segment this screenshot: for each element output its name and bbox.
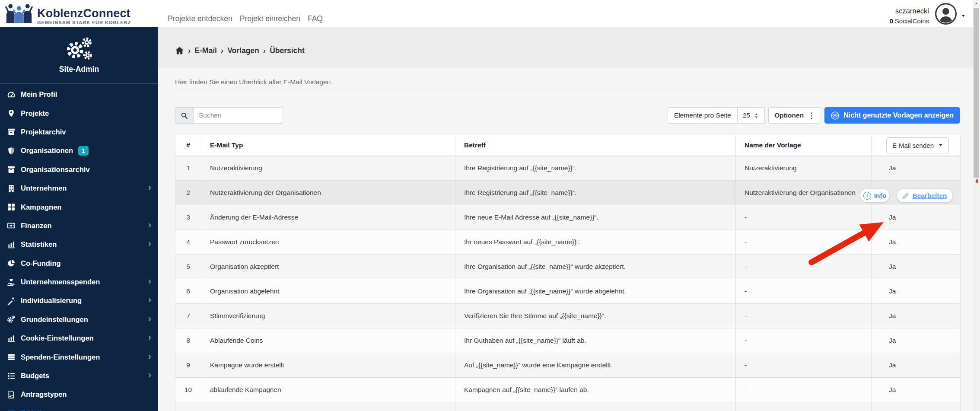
notification-badge: 1 bbox=[78, 146, 89, 156]
toolbar-spacer bbox=[283, 107, 668, 124]
table-row[interactable]: 9Kampagne wurde erstelltAuf „{{site_name… bbox=[175, 353, 961, 378]
template-name-cell: - bbox=[736, 279, 872, 304]
col-number[interactable]: # bbox=[175, 135, 201, 156]
scrollbar-thumb[interactable] bbox=[974, 8, 979, 178]
top-nav-link-1[interactable]: Projekte entdecken bbox=[168, 14, 232, 23]
chart-bar-icon bbox=[6, 335, 16, 342]
sidebar: Site-Admin Mein ProfilProjekteProjektarc… bbox=[0, 27, 158, 411]
sidebar-item-cookie-einstellungen[interactable]: Cookie-Einstellungen› bbox=[0, 329, 158, 347]
sidebar-item-budgets[interactable]: Budgets› bbox=[0, 366, 158, 385]
row-number: 11 bbox=[175, 402, 201, 411]
template-name-cell: - bbox=[736, 255, 872, 279]
info-circle-icon: i bbox=[863, 192, 871, 200]
breadcrumb-separator: › bbox=[221, 46, 223, 55]
top-nav-link-3[interactable]: FAQ bbox=[308, 14, 323, 23]
template-name-cell: - bbox=[736, 328, 872, 353]
send-email-cell: Ja bbox=[872, 230, 961, 255]
gears-icon bbox=[0, 36, 158, 62]
pencil-icon bbox=[902, 192, 909, 199]
options-button[interactable]: Optionen ⋮ bbox=[768, 107, 821, 124]
chevron-right-icon: › bbox=[148, 239, 151, 250]
col-template-name[interactable]: Name der Vorlage bbox=[736, 135, 872, 156]
search-group bbox=[175, 107, 283, 124]
sidebar-item-co-funding[interactable]: Co-Funding bbox=[0, 254, 158, 273]
table-row[interactable]: 11Organisation wurde registriertEine Org… bbox=[175, 402, 961, 411]
sidebar-item-antragstypen[interactable]: Antragstypen bbox=[0, 385, 158, 404]
per-page-value: 25 bbox=[743, 112, 750, 119]
table-row[interactable]: 8Ablaufende CoinsIhr Guthaben auf „{{sit… bbox=[175, 328, 961, 353]
info-button[interactable]: i Info bbox=[860, 189, 889, 202]
subject-cell: Ihre neue E-Mail Adresse auf „{{site_nam… bbox=[455, 205, 736, 230]
sidebar-item-label: E-Mail bbox=[21, 409, 42, 411]
edit-button[interactable]: Bearbeiten bbox=[897, 189, 952, 202]
scrollbar-red-marker bbox=[976, 179, 978, 183]
per-page-select[interactable]: 25 bbox=[738, 107, 765, 124]
send-email-select[interactable]: E-Mail senden bbox=[886, 137, 949, 153]
username: sczarnecki bbox=[889, 6, 929, 15]
sidebar-item-label: Antragstypen bbox=[21, 390, 67, 398]
email-type-cell: Nutzeraktivierung der Organisationen bbox=[201, 181, 455, 205]
template-name-cell: - bbox=[736, 230, 872, 255]
top-header: KoblenzConnect GEMEINSAM STARK FÜR KOBLE… bbox=[0, 0, 980, 27]
logo[interactable]: KoblenzConnect GEMEINSAM STARK FÜR KOBLE… bbox=[5, 3, 131, 25]
send-email-cell bbox=[872, 402, 961, 411]
sidebar-divider bbox=[0, 83, 158, 84]
send-email-cell: Ja bbox=[872, 255, 961, 279]
logo-subtitle: GEMEINSAM STARK FÜR KOBLENZ bbox=[37, 20, 131, 25]
chart-pie-icon bbox=[6, 259, 16, 267]
col-email-type[interactable]: E-Mail Typ bbox=[201, 135, 455, 156]
sidebar-item-unternehmensspenden[interactable]: Unternehmensspenden› bbox=[0, 273, 158, 291]
sidebar-item-projekte[interactable]: Projekte bbox=[0, 104, 158, 122]
template-name-cell: Nutzeraktivierung bbox=[736, 156, 872, 181]
subject-cell: Ihre Registrierung auf „{{site_name}}“. bbox=[455, 181, 736, 205]
sidebar-item-grundeinstellungen[interactable]: Grundeinstellungen› bbox=[0, 310, 158, 329]
top-nav: Projekte entdeckenProjekt einreichenFAQ bbox=[168, 0, 323, 26]
search-input[interactable] bbox=[193, 107, 283, 124]
row-number: 5 bbox=[175, 255, 201, 279]
sidebar-item-individualisierung[interactable]: Individualisierung› bbox=[0, 291, 158, 310]
chevron-right-icon: › bbox=[148, 333, 151, 344]
logo-people-icon bbox=[5, 3, 33, 23]
chevron-right-icon: › bbox=[148, 220, 151, 231]
sidebar-item-spenden-einstellungen[interactable]: Spenden-Einstellungen› bbox=[0, 347, 158, 366]
table-row[interactable]: 10ablaufende KampagnenKampagnen auf „{{s… bbox=[175, 378, 961, 402]
table-row[interactable]: 1NutzeraktivierungIhre Registrierung auf… bbox=[175, 156, 961, 181]
main-content: ›E-Mail›Vorlagen›Übersicht Hier finden S… bbox=[158, 27, 980, 411]
home-icon[interactable] bbox=[175, 46, 184, 55]
email-type-cell: Nutzeraktivierung bbox=[201, 156, 455, 181]
table-header-row: # E-Mail Typ Betreff Name der Vorlage E-… bbox=[175, 135, 961, 156]
chevron-right-icon: › bbox=[148, 352, 151, 363]
subject-cell: Ihre Organisation auf „{{site_name}}“ wu… bbox=[455, 255, 736, 279]
sidebar-item-unternehmen[interactable]: Unternehmen› bbox=[0, 179, 158, 198]
row-number: 6 bbox=[175, 279, 201, 304]
table-row[interactable]: 6Organisation abgelehntIhre Organisation… bbox=[175, 279, 961, 304]
sidebar-item-finanzen[interactable]: Finanzen› bbox=[0, 217, 158, 235]
sidebar-item-statistiken[interactable]: Statistiken› bbox=[0, 235, 158, 254]
sidebar-item-e-mail[interactable]: E-Mail› bbox=[0, 404, 158, 411]
chevron-right-icon: › bbox=[148, 295, 151, 306]
table-row[interactable]: 4Passwort zurücksetzenIhr neues Passwort… bbox=[175, 230, 961, 255]
sidebar-item-projektarchiv[interactable]: Projektarchiv bbox=[0, 123, 158, 141]
scrollbar-up-arrow[interactable] bbox=[973, 0, 980, 7]
breadcrumb-item-vorlagen[interactable]: Vorlagen bbox=[227, 46, 259, 55]
archive-icon bbox=[6, 166, 16, 173]
sidebar-item-organisationen[interactable]: Organisationen1 bbox=[0, 141, 158, 160]
sidebar-item-label: Projektarchiv bbox=[21, 128, 66, 136]
show-unused-templates-label: Nicht genutzte Vorlagen anzeigen bbox=[843, 112, 954, 119]
sidebar-item-mein-profil[interactable]: Mein Profil bbox=[0, 85, 158, 104]
breadcrumb-item-e-mail[interactable]: E-Mail bbox=[194, 46, 217, 55]
table-row[interactable]: 2Nutzeraktivierung der OrganisationenIhr… bbox=[175, 181, 961, 205]
email-type-cell: Kampagne wurde erstellt bbox=[201, 353, 455, 378]
email-type-cell: Stimmverifizierung bbox=[201, 304, 455, 328]
table-row[interactable]: 3Änderung der E-Mail-AdresseIhre neue E-… bbox=[175, 205, 961, 230]
top-nav-link-2[interactable]: Projekt einreichen bbox=[240, 14, 300, 23]
show-unused-templates-button[interactable]: Nicht genutzte Vorlagen anzeigen bbox=[824, 107, 960, 124]
caret-down-icon bbox=[961, 13, 966, 18]
sidebar-item-kampagnen[interactable]: Kampagnen bbox=[0, 198, 158, 216]
sidebar-item-label: Co-Funding bbox=[21, 259, 61, 268]
table-row[interactable]: 7StimmverifizierungVerifizieren Sie Ihre… bbox=[175, 304, 961, 328]
col-subject[interactable]: Betreff bbox=[455, 135, 736, 156]
avatar[interactable] bbox=[935, 3, 957, 25]
sidebar-item-organisationsarchiv[interactable]: Organisationsarchiv bbox=[0, 160, 158, 179]
table-row[interactable]: 5Organisation akzeptiertIhre Organisatio… bbox=[175, 255, 961, 279]
